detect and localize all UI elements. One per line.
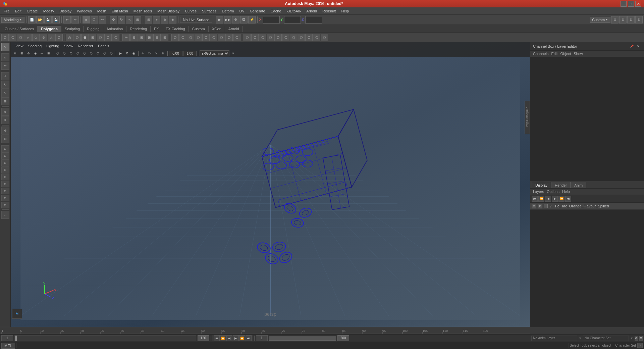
vp-ctrl1[interactable]: ⊕ (12, 50, 18, 56)
menu-deform[interactable]: Deform (219, 8, 236, 14)
menu-display[interactable]: Display (57, 8, 74, 14)
poly-tool18[interactable]: ⊞ (138, 34, 145, 41)
cb-pin-btn[interactable]: 📌 (629, 43, 635, 49)
poly-tool28[interactable]: ⬡ (218, 34, 225, 41)
timeline-track[interactable] (14, 335, 196, 341)
universal-manip-tool[interactable]: ⊞ (1, 97, 9, 105)
vp-shading1[interactable]: ⬡ (55, 50, 61, 56)
menu-3dtoall[interactable]: -3DtoAll- (284, 8, 303, 14)
poly-tool37[interactable]: ⬡ (290, 34, 297, 41)
tool-grp5[interactable]: ⊞ (1, 173, 9, 180)
layers-tb-btn6[interactable]: ⏭ (565, 196, 571, 202)
menu-redshift[interactable]: Redshift (320, 8, 338, 14)
vp-show-menu[interactable]: Show (62, 43, 75, 49)
snap-curve-btn[interactable]: ⌖ (153, 16, 160, 23)
tool-grp7[interactable]: ⊞ (1, 188, 9, 194)
range-slider[interactable] (269, 336, 336, 341)
tool-grp2[interactable]: ⊞ (1, 152, 9, 159)
menu-surfaces[interactable]: Surfaces (200, 8, 219, 14)
tab-rigging[interactable]: Rigging (84, 26, 103, 32)
vp-shading-menu[interactable]: Shading (26, 43, 44, 49)
right-tool4[interactable]: ⚙ (635, 16, 643, 23)
vp-renderer-menu[interactable]: Renderer (76, 43, 95, 49)
poly-tool2[interactable]: ⬡ (9, 34, 16, 41)
tab-fx-caching[interactable]: FX Caching (162, 26, 189, 32)
poly-tool36[interactable]: ⬡ (282, 34, 289, 41)
tab-polygons[interactable]: Polygons (38, 26, 61, 32)
show-hide-tool[interactable]: 👁 (1, 116, 9, 124)
layers-tb-btn5[interactable]: ⏩ (558, 196, 565, 202)
menu-arnold[interactable]: Arnold (304, 8, 319, 14)
tab-custom[interactable]: Custom (189, 26, 209, 32)
move-tool[interactable]: ✛ (1, 72, 9, 80)
render-view-btn[interactable]: 🖼 (240, 16, 248, 23)
cb-edit-menu[interactable]: Edit (551, 52, 557, 56)
range-end[interactable] (337, 335, 349, 341)
poly-tool3[interactable]: ⬡ (17, 34, 24, 41)
pb-go-start[interactable]: ⏮ (214, 335, 220, 341)
char-set-field[interactable] (583, 336, 629, 341)
snap-tool[interactable]: ⊞ (1, 135, 9, 143)
pb-next-frame[interactable]: ⏩ (239, 335, 245, 341)
menu-windows[interactable]: Windows (74, 8, 94, 14)
menu-uv[interactable]: UV (237, 8, 247, 14)
transform-btn[interactable]: ⊞ (134, 16, 141, 23)
poly-tool13[interactable]: ⬡ (97, 34, 104, 41)
poly-tool26[interactable]: ⬡ (202, 34, 210, 41)
anim-layer-field[interactable] (531, 336, 577, 341)
pb-prev-frame[interactable]: ⏪ (220, 335, 226, 341)
anim-tab[interactable]: Anim (571, 182, 586, 188)
mel-scripting-toggle[interactable]: MEL (1, 343, 15, 349)
redo-btn[interactable]: ↪ (71, 16, 79, 23)
range-start[interactable] (256, 335, 268, 341)
poly-tool41[interactable]: ⬡ (321, 34, 328, 41)
menu-mesh-display[interactable]: Mesh Display (155, 8, 182, 14)
poly-tool34[interactable]: ⬡ (267, 34, 274, 41)
poly-tool11[interactable]: ⬟ (81, 34, 89, 41)
vp-shading9[interactable]: ⬡ (108, 50, 114, 56)
poly-tool27[interactable]: ⬡ (210, 34, 217, 41)
poly-tool12[interactable]: ⊞ (89, 34, 96, 41)
poly-tool9[interactable]: ◎ (66, 34, 73, 41)
cb-object-menu[interactable]: Object (560, 52, 571, 56)
menu-help[interactable]: Help (339, 8, 351, 14)
viewport[interactable]: View Shading Lighting Show Renderer Pane… (11, 42, 530, 327)
y-value[interactable] (284, 16, 301, 23)
no-live-surface-btn[interactable]: No Live Surface (180, 17, 212, 23)
vp-rotate[interactable]: ↻ (147, 50, 153, 56)
vp-scale[interactable]: ⤡ (153, 50, 159, 56)
tool-grp9[interactable]: ⊞ (1, 202, 9, 208)
tool-misc[interactable]: … (1, 211, 9, 219)
tab-animation[interactable]: Animation (103, 26, 127, 32)
poly-tool16[interactable]: ✏ (122, 34, 130, 41)
poly-tool22[interactable]: ⬡ (171, 34, 179, 41)
poly-tool29[interactable]: ⬡ (225, 34, 233, 41)
menu-create[interactable]: Create (24, 8, 40, 14)
vp-render1[interactable]: ▶ (117, 50, 123, 56)
tool-grp8[interactable]: ⊞ (1, 195, 9, 201)
paint-select-btn[interactable]: ✏ (99, 16, 106, 23)
tab-curves-surfaces[interactable]: Curves / Surfaces (1, 26, 38, 32)
poly-tool15[interactable]: ⬡ (112, 34, 119, 41)
right-tool3[interactable]: ⚙ (627, 16, 635, 23)
vp-gamma-btn[interactable]: ▼ (230, 50, 236, 56)
poly-tool5[interactable]: ◇ (32, 34, 40, 41)
poly-tool24[interactable]: ⬡ (187, 34, 194, 41)
menu-file[interactable]: File (1, 8, 12, 14)
select-tool[interactable]: ↖ (1, 43, 9, 51)
menu-edit[interactable]: Edit (13, 8, 24, 14)
vp-shading7[interactable]: ⬡ (95, 50, 101, 56)
poly-tool35[interactable]: ⬡ (274, 34, 282, 41)
layers-tb-btn2[interactable]: ⏪ (538, 196, 544, 202)
layers-tb-btn4[interactable]: ▶ (552, 196, 558, 202)
custom-dropdown[interactable]: Custom ▼ (590, 17, 610, 23)
cb-close-btn[interactable]: ✕ (635, 43, 641, 49)
tab-arnold[interactable]: Arnold (225, 26, 243, 32)
tab-fx[interactable]: FX (151, 26, 162, 32)
tool-grp6[interactable]: ⊞ (1, 181, 9, 187)
poly-tool23[interactable]: ⬡ (179, 34, 186, 41)
poly-tool17[interactable]: ⊞ (130, 34, 138, 41)
poly-tool30[interactable]: ⬡ (233, 34, 240, 41)
poly-tool31[interactable]: ⬡ (244, 34, 251, 41)
select-btn[interactable]: ◈ (83, 16, 90, 23)
